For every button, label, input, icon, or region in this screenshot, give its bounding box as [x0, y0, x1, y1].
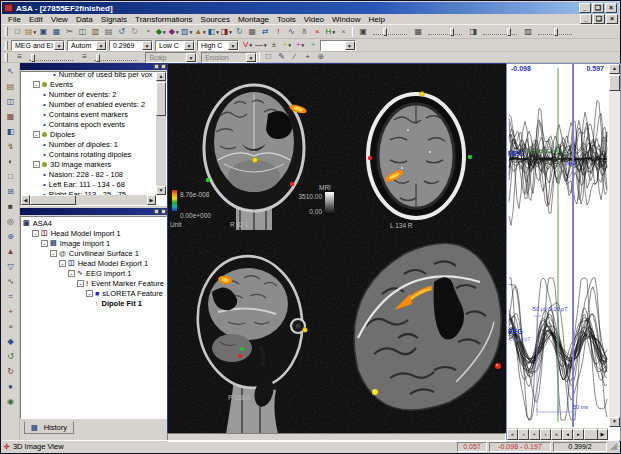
close-view-icon[interactable]: × — [337, 26, 350, 38]
view-dropdown-icon[interactable]: ◧▾ — [207, 26, 220, 38]
stop-icon[interactable]: ▪ — [529, 429, 540, 440]
properties-panel-header[interactable] — [20, 63, 167, 70]
panel-close-icon[interactable] — [161, 209, 166, 214]
channel-group-combo[interactable]: MEG and El▼ — [11, 40, 65, 51]
prev-event-icon[interactable]: ◂ — [562, 429, 573, 440]
tree-item[interactable]: -◫Head Model Import 1 — [23, 228, 166, 238]
scroll-right-icon[interactable]: ▶ — [597, 429, 608, 440]
window-dropdown-icon[interactable]: ◨▾ — [220, 26, 233, 38]
threshold-slider-1[interactable]: ≡ — [13, 51, 76, 63]
rail-solid-icon[interactable]: ■ — [3, 199, 19, 214]
restore-button[interactable]: ❏ — [592, 3, 604, 13]
pencil-icon[interactable]: ✎ — [275, 51, 288, 63]
mdi-close-button[interactable]: × — [606, 14, 618, 24]
scrollbar-thumb[interactable] — [156, 82, 166, 116]
menu-file[interactable]: File — [4, 15, 25, 24]
tree-item[interactable]: -∿EEG Import 1 — [23, 268, 166, 278]
expand-icon[interactable]: - — [33, 131, 40, 138]
close-button[interactable]: × — [605, 3, 617, 13]
history-tab[interactable]: ▤ History — [24, 421, 74, 434]
scroll-right-icon[interactable]: ▶ — [147, 195, 156, 205]
rail-circle-icon[interactable]: ● — [3, 379, 19, 394]
copy-icon[interactable]: ◫ — [76, 26, 89, 38]
expand-icon[interactable]: - — [33, 161, 40, 168]
toolbar-grip[interactable] — [5, 27, 8, 36]
new-icon[interactable]: □ — [11, 26, 24, 38]
panel-close-icon[interactable] — [161, 64, 166, 69]
chevron-down-icon[interactable]: ▼ — [345, 41, 355, 50]
menu-edit[interactable]: Edit — [25, 15, 47, 24]
trace-vscrollbar[interactable]: ▲ ▼ — [609, 64, 620, 427]
tree-item[interactable]: •Number of enabled events: 2 — [23, 99, 166, 109]
tree-item[interactable]: -!Event Marker Feature 1 — [23, 278, 166, 288]
minimize-button[interactable]: _ — [579, 3, 591, 13]
tree-item[interactable]: -Events — [23, 79, 166, 89]
sagittal-slice-view[interactable]: P 168 A — [168, 230, 338, 434]
tree-item[interactable]: -▤Image Import 1 — [23, 238, 166, 248]
tree-item[interactable]: •Left Ear: 111 - 134 - 68 — [23, 179, 166, 189]
dipole-magenta-cross-icon[interactable]: +▾ — [294, 39, 307, 51]
low-cutoff-combo[interactable]: Low C▼ — [155, 40, 195, 51]
chevron-down-icon[interactable]: ▼ — [228, 41, 238, 50]
tree-item[interactable]: •Number of dipoles: 1 — [23, 139, 166, 149]
slash-icon[interactable]: ∕ — [288, 51, 301, 63]
trace-panel[interactable]: -0.098 0.597 MEG Epoch Event 1 pat2 EEG … — [506, 63, 621, 441]
chevron-down-icon[interactable]: ▼ — [184, 41, 194, 50]
scroll-left-icon[interactable]: ◀ — [21, 195, 30, 205]
slider-group-2[interactable]: ▦ — [412, 26, 465, 38]
chevron-down-icon[interactable]: ▼ — [96, 41, 106, 50]
expand-icon[interactable]: - — [59, 260, 66, 267]
tree-item[interactable]: -Dipoles — [23, 129, 166, 139]
menu-signals[interactable]: Signals — [97, 15, 131, 24]
go-start-icon[interactable]: « — [507, 429, 518, 440]
mdi-restore-button[interactable]: ❏ — [593, 14, 605, 24]
rail-frame-icon[interactable]: □ — [3, 169, 19, 184]
rail-waves-icon[interactable]: ≈ — [3, 289, 19, 304]
cursor-line[interactable] — [572, 64, 574, 427]
properties-hscrollbar[interactable]: ◀ ▶ — [21, 195, 156, 205]
slider-group-1[interactable]: ▣ — [357, 26, 410, 38]
axial-slice-view[interactable]: L 134 R — [338, 64, 507, 230]
step-forward-icon[interactable]: › — [540, 429, 551, 440]
cut-icon[interactable]: ✂ — [63, 26, 76, 38]
history-panel-header[interactable] — [20, 208, 167, 215]
3d-render-view[interactable] — [338, 230, 507, 434]
high-cutoff-combo[interactable]: High C▼ — [197, 40, 239, 51]
rail-down-icon[interactable]: ▽ — [3, 259, 19, 274]
toolbar-grip[interactable] — [5, 41, 8, 50]
rail-wave-icon[interactable]: ∿ — [3, 274, 19, 289]
coronal-slice-view[interactable]: 8.76e-008 0.00e+000 Unit MRI 3510.00 0.0… — [168, 64, 338, 230]
panel-pin-icon[interactable] — [154, 64, 159, 69]
rail-up-icon[interactable]: ▲ — [3, 244, 19, 259]
expand-icon[interactable]: - — [86, 290, 93, 297]
slider-group-4[interactable]: ▨ — [522, 26, 575, 38]
menu-data[interactable]: Data — [72, 15, 97, 24]
expand-icon[interactable]: - — [32, 230, 39, 237]
eeg-group-label[interactable]: EEG — [508, 328, 523, 335]
rail-grid-icon[interactable]: ▦ — [3, 109, 19, 124]
scroll-up-icon[interactable]: ▲ — [609, 64, 620, 74]
delta-icon[interactable]: δ — [298, 26, 311, 38]
title-bar[interactable]: ASA - [27855EF2finished] _ ❏ × — [2, 2, 619, 14]
slice-dropdown-icon[interactable]: ▲▾ — [193, 26, 206, 38]
refresh-icon[interactable]: ↻ — [233, 26, 246, 38]
save-icon[interactable]: ▣ — [37, 26, 50, 38]
map-style-dropdown-icon[interactable]: V▾ — [241, 39, 254, 51]
tree-item[interactable]: •Contains epoch events — [23, 119, 166, 129]
tree-item[interactable]: •Contains rotating dipoles — [23, 149, 166, 159]
meg-group-label[interactable]: MEG — [508, 150, 524, 157]
scroll-up-icon[interactable]: ▲ — [156, 72, 166, 81]
undo-icon[interactable]: ↺ — [115, 26, 128, 38]
tree-item[interactable]: •Number of events: 2 — [23, 89, 166, 99]
step-back-icon[interactable]: ‹ — [518, 429, 529, 440]
exclaim-icon[interactable]: ! — [272, 26, 285, 38]
menu-video[interactable]: Video — [300, 15, 328, 24]
tree-item[interactable]: •Nasion: 228 - 82 - 108 — [23, 169, 166, 179]
rail-undo-icon[interactable]: ↺ — [3, 349, 19, 364]
empty-combo[interactable]: ▼ — [320, 40, 356, 51]
rail-add-icon[interactable]: + — [3, 304, 19, 319]
panel-pin-icon[interactable] — [154, 209, 159, 214]
expand-icon[interactable]: - — [68, 270, 75, 277]
paste-icon[interactable]: ▥ — [89, 26, 102, 38]
rail-cross-icon[interactable]: × — [3, 319, 19, 334]
